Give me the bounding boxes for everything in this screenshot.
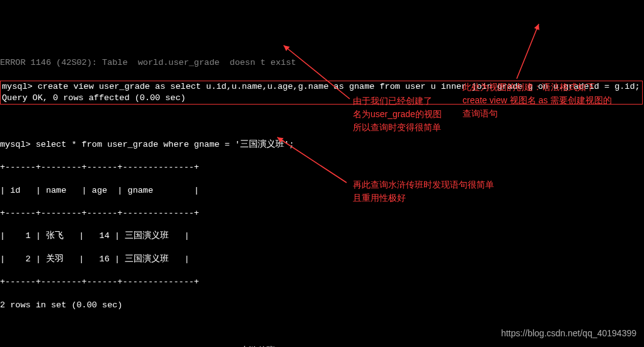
table-row: | 2 | 关羽 | 16 | 三国演义班 |	[0, 254, 644, 265]
watermark: https://blog.csdn.net/qq_40194399	[501, 327, 636, 339]
annotation-reuse: 再此查询水浒传班时发现语句很简单 且重用性极好	[353, 178, 529, 205]
annotation-line: 且重用性极好	[353, 191, 529, 205]
annotation-line: 所以查询时变得很简单	[353, 121, 479, 134]
query1-cmd: select * from user_grade where gname = '…	[31, 140, 294, 149]
annotation-line: 名为user_grade的视图	[353, 108, 479, 121]
table-sep: +------+--------+------+--------------+	[0, 162, 644, 173]
create-view-result: Query OK, 0 rows affected (0.00 sec)	[2, 93, 186, 103]
table-header: | id | name | age | gname |	[0, 185, 644, 196]
annotation-line: 由于我们已经创建了	[353, 94, 479, 108]
annotation-line: create view 视图名 as 需要创建视图的	[463, 94, 626, 107]
annotation-line: 查询语句	[463, 107, 626, 120]
table-row: | 1 | 张飞 | 14 | 三国演义班 |	[0, 230, 644, 242]
prompt: mysql>	[2, 82, 33, 91]
annotation-line: 再此查询水浒传班时发现语句很简单	[353, 178, 529, 191]
table-sep: +------+--------+------+--------------+	[0, 276, 644, 288]
error-line: ERROR 1146 (42S02): Table world.user_gra…	[0, 57, 644, 69]
prompt: mysql>	[0, 140, 31, 149]
result-count: 2 rows in set (0.00 sec)	[0, 300, 644, 311]
table-sep: +------+--------+------+--------------+	[0, 208, 644, 219]
annotation-line: 此处为视图的创建：语法格式如下	[463, 81, 626, 94]
annotation-create-syntax: 此处为视图的创建：语法格式如下 create view 视图名 as 需要创建视…	[463, 81, 626, 120]
annotation-view-created: 由于我们已经创建了 名为user_grade的视图 所以查询时变得很简单	[353, 94, 479, 134]
